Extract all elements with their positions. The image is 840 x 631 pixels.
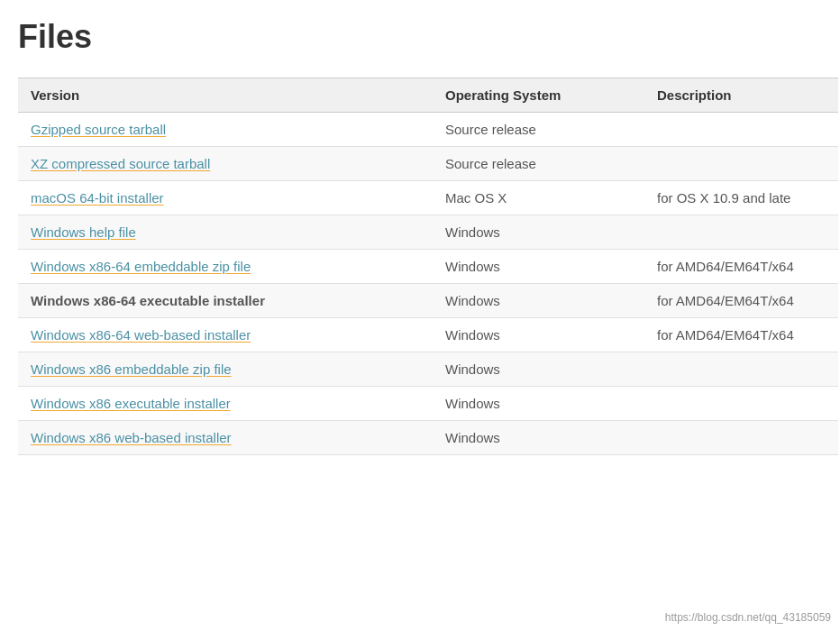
os-cell: Windows: [433, 250, 644, 284]
page-title: Files: [18, 18, 840, 56]
version-cell[interactable]: Windows x86 web-based installer: [18, 421, 433, 455]
table-row: Windows x86 executable installerWindows: [18, 387, 838, 421]
footer-url: https://blog.csdn.net/qq_43185059: [665, 611, 831, 624]
version-header: Version: [18, 78, 433, 113]
description-cell: [644, 147, 838, 181]
file-link[interactable]: XZ compressed source tarball: [31, 156, 210, 171]
description-cell: for AMD64/EM64T/x64: [644, 250, 838, 284]
table-row: XZ compressed source tarballSource relea…: [18, 147, 838, 181]
table-row: Gzipped source tarballSource release: [18, 113, 838, 147]
table-row: Windows x86 web-based installerWindows: [18, 421, 838, 455]
file-link[interactable]: macOS 64-bit installer: [31, 190, 164, 206]
version-cell[interactable]: macOS 64-bit installer: [18, 181, 433, 215]
files-table: Version Operating System Description Gzi…: [18, 78, 838, 455]
description-cell: [644, 387, 838, 421]
file-name-bold: Windows x86-64 executable installer: [31, 293, 265, 308]
description-header: Description: [644, 78, 838, 113]
file-link[interactable]: Windows help file: [31, 224, 136, 240]
version-cell[interactable]: XZ compressed source tarball: [18, 147, 433, 181]
description-cell: [644, 215, 838, 250]
os-cell: Source release: [433, 147, 644, 181]
os-cell: Windows: [433, 284, 644, 318]
os-cell: Windows: [433, 352, 644, 387]
table-row: Windows help fileWindows: [18, 215, 838, 250]
file-link[interactable]: Windows x86-64 web-based installer: [31, 327, 251, 343]
table-header-row: Version Operating System Description: [18, 78, 838, 113]
file-link[interactable]: Windows x86-64 embeddable zip file: [31, 259, 251, 274]
version-cell[interactable]: Windows x86-64 web-based installer: [18, 318, 433, 352]
description-cell: [644, 421, 838, 455]
table-row: Windows x86-64 embeddable zip fileWindow…: [18, 250, 838, 284]
file-link[interactable]: Gzipped source tarball: [31, 122, 166, 137]
os-cell: Source release: [433, 113, 644, 147]
os-cell: Mac OS X: [433, 181, 644, 215]
os-cell: Windows: [433, 318, 644, 352]
description-cell: [644, 113, 838, 147]
os-cell: Windows: [433, 387, 644, 421]
file-link[interactable]: Windows x86 web-based installer: [31, 430, 232, 445]
description-cell: for AMD64/EM64T/x64: [644, 318, 838, 352]
description-cell: [644, 352, 838, 387]
table-row: Windows x86-64 executable installerWindo…: [18, 284, 838, 318]
version-cell[interactable]: Windows x86 embeddable zip file: [18, 352, 433, 387]
file-link[interactable]: Windows x86 executable installer: [31, 396, 231, 411]
os-cell: Windows: [433, 421, 644, 455]
table-row: Windows x86 embeddable zip fileWindows: [18, 352, 838, 387]
version-cell[interactable]: Windows x86 executable installer: [18, 387, 433, 421]
table-row: macOS 64-bit installerMac OS Xfor OS X 1…: [18, 181, 838, 215]
version-cell[interactable]: Gzipped source tarball: [18, 113, 433, 147]
description-cell: for OS X 10.9 and late: [644, 181, 838, 215]
version-cell[interactable]: Windows x86-64 embeddable zip file: [18, 250, 433, 284]
os-header: Operating System: [433, 78, 644, 113]
file-link[interactable]: Windows x86 embeddable zip file: [31, 361, 232, 377]
description-cell: for AMD64/EM64T/x64: [644, 284, 838, 318]
version-cell[interactable]: Windows x86-64 executable installer: [18, 284, 433, 318]
version-cell[interactable]: Windows help file: [18, 215, 433, 250]
os-cell: Windows: [433, 215, 644, 250]
table-row: Windows x86-64 web-based installerWindow…: [18, 318, 838, 352]
